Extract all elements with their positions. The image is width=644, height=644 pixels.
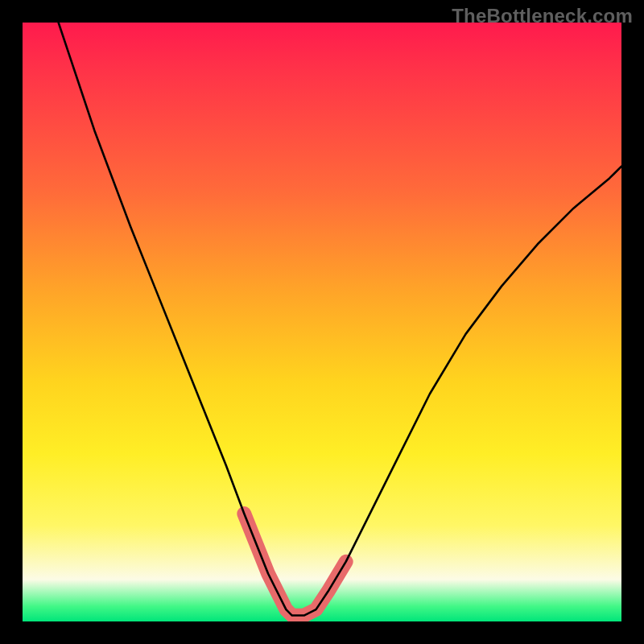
watermark-text: TheBottleneck.com [452,5,633,27]
bottleneck-curve [59,23,621,616]
near-optimal-band [244,514,345,615]
curve-layer [23,23,621,621]
chart-stage: TheBottleneck.com [0,0,644,644]
plot-area [23,23,621,621]
